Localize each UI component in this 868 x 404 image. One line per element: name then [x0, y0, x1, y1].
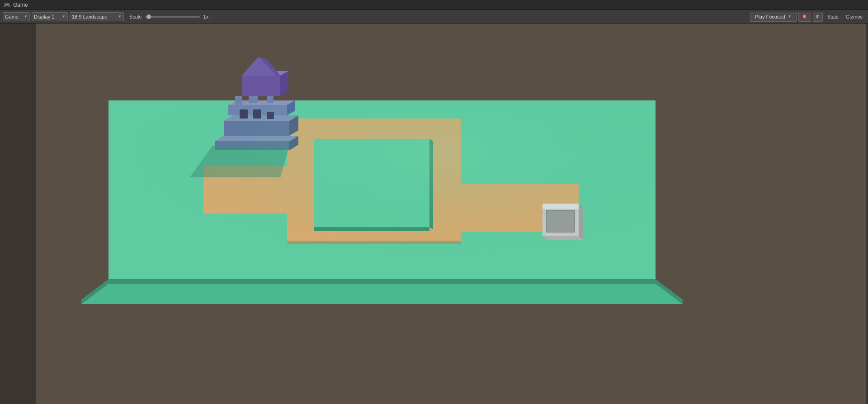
aspect-ratio-button[interactable]: ⊞	[813, 12, 823, 22]
play-focused-arrow: ▼	[788, 14, 792, 19]
display-dropdown-arrow: ▼	[62, 14, 66, 19]
aspect-dropdown-label: 18:9 Landscape	[72, 14, 107, 19]
stats-label: Stats	[827, 14, 839, 19]
mute-icon: 🔇	[802, 14, 808, 19]
aspect-dropdown-arrow: ▼	[118, 14, 122, 19]
scale-value: 1x	[203, 14, 209, 19]
play-focused-button[interactable]: Play Focused ▼	[750, 12, 797, 22]
mute-button[interactable]: 🔇	[798, 12, 811, 22]
stats-button[interactable]: Stats	[825, 12, 841, 22]
title-bar-text: Game	[13, 2, 28, 8]
gizmos-label: Gizmos	[846, 14, 863, 19]
game-window-icon: 🎮	[4, 2, 10, 8]
game-viewport	[36, 24, 866, 404]
svg-marker-1	[108, 279, 656, 284]
main-area	[0, 24, 868, 404]
game-dropdown[interactable]: Game ▼	[3, 12, 30, 21]
display-dropdown[interactable]: Display 1 ▼	[32, 12, 68, 21]
play-focused-label: Play Focused	[755, 14, 785, 19]
svg-marker-5	[81, 284, 683, 304]
aspect-ratio-icon: ⊞	[816, 14, 820, 19]
svg-marker-41	[108, 100, 656, 279]
svg-marker-32	[242, 76, 280, 96]
display-dropdown-label: Display 1	[34, 14, 54, 19]
toolbar: Game ▼ Display 1 ▼ 18:9 Landscape ▼ Scal…	[0, 10, 868, 24]
aspect-dropdown[interactable]: 18:9 Landscape ▼	[70, 12, 124, 21]
gizmos-button[interactable]: Gizmos	[843, 12, 865, 22]
scale-label: Scale	[129, 14, 142, 19]
game-dropdown-label: Game	[5, 14, 19, 19]
left-sidebar	[0, 24, 36, 404]
game-dropdown-arrow: ▼	[24, 14, 28, 19]
scale-slider[interactable]	[146, 16, 200, 18]
scene-svg	[36, 24, 866, 404]
title-bar: 🎮 Game	[0, 0, 868, 10]
right-sidebar	[866, 24, 868, 404]
scale-slider-thumb	[146, 14, 151, 19]
